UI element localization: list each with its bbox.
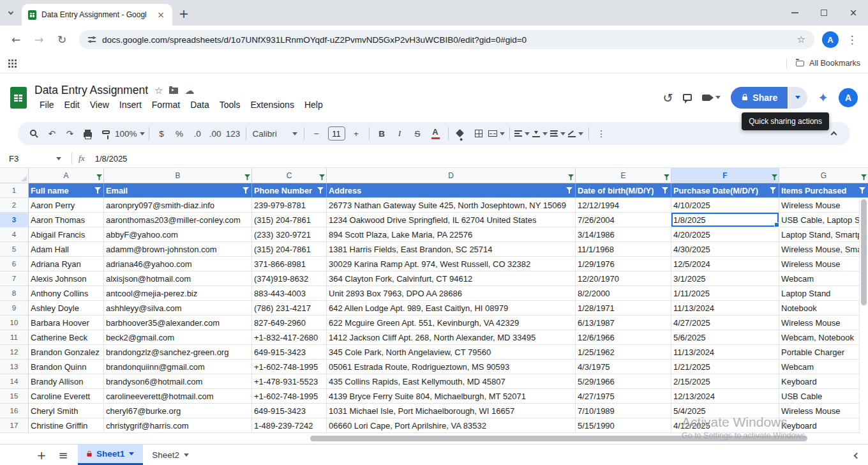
cell-C9[interactable]: (786) 231-4217 bbox=[252, 301, 327, 316]
cell-B16[interactable]: cheryl67@burke.org bbox=[104, 404, 252, 418]
share-button[interactable]: Share bbox=[731, 87, 788, 109]
header-cell-B1[interactable]: Email bbox=[104, 183, 252, 198]
cell-E10[interactable]: 6/13/1987 bbox=[576, 316, 671, 330]
all-sheets-menu-button[interactable]: ≡ bbox=[52, 445, 74, 465]
cell-C6[interactable]: 371-866-8981 bbox=[252, 257, 327, 271]
cell-A8[interactable]: Anthony Collins bbox=[29, 286, 104, 301]
header-filter-icon[interactable] bbox=[770, 187, 776, 194]
cell-D16[interactable]: 1031 Michael Isle, Port Michaelborough, … bbox=[327, 404, 576, 418]
row-header-11[interactable]: 11 bbox=[0, 330, 29, 345]
header-filter-icon[interactable] bbox=[566, 187, 572, 194]
undo-button[interactable]: ↶ bbox=[43, 125, 61, 142]
cell-A14[interactable]: Brandy Allison bbox=[29, 374, 104, 389]
row-header-16[interactable]: 16 bbox=[0, 404, 29, 418]
menu-data[interactable]: Data bbox=[185, 98, 214, 111]
increase-decimals-button[interactable]: .00 bbox=[207, 125, 224, 142]
cell-F13[interactable]: 1/21/2025 bbox=[671, 360, 779, 374]
menu-insert[interactable]: Insert bbox=[114, 98, 147, 111]
cell-A15[interactable]: Caroline Everett bbox=[29, 389, 104, 404]
cell-D14[interactable]: 435 Collins Rapids, East Kellymouth, MD … bbox=[327, 374, 576, 389]
comments-icon[interactable] bbox=[683, 94, 692, 101]
cell-E7[interactable]: 12/20/1970 bbox=[576, 271, 671, 286]
menu-help[interactable]: Help bbox=[299, 98, 328, 111]
row-header-13[interactable]: 13 bbox=[0, 360, 29, 374]
cell-E15[interactable]: 4/27/1975 bbox=[576, 389, 671, 404]
cell-F4[interactable]: 4/20/2025 bbox=[671, 227, 779, 242]
cell-C7[interactable]: (374)919-8632 bbox=[252, 271, 327, 286]
cell-C10[interactable]: 827-649-2960 bbox=[252, 316, 327, 330]
italic-button[interactable]: I bbox=[391, 125, 408, 142]
move-folder-icon[interactable] bbox=[169, 88, 178, 94]
star-icon[interactable]: ☆ bbox=[154, 85, 163, 96]
cell-C17[interactable]: 1-489-239-7242 bbox=[252, 418, 327, 433]
column-filter-icon[interactable] bbox=[319, 174, 325, 180]
cell-F7[interactable]: 3/1/2025 bbox=[671, 271, 779, 286]
cell-F9[interactable]: 11/13/2024 bbox=[671, 301, 779, 316]
zoom-select[interactable]: 100% bbox=[115, 125, 145, 142]
cell-A17[interactable]: Christine Griffin bbox=[29, 418, 104, 433]
font-size-input[interactable]: 11 bbox=[328, 126, 345, 141]
fill-color-button[interactable] bbox=[453, 125, 470, 142]
cell-G9[interactable]: Notebook bbox=[779, 301, 868, 316]
cell-E11[interactable]: 12/6/1966 bbox=[576, 330, 671, 345]
cell-E5[interactable]: 11/1/1968 bbox=[576, 242, 671, 257]
header-filter-icon[interactable] bbox=[243, 187, 249, 194]
column-filter-icon[interactable] bbox=[664, 174, 670, 180]
borders-button[interactable] bbox=[470, 125, 488, 142]
browser-tab[interactable]: Data Entry Assignment - Googl × bbox=[22, 4, 172, 26]
row-header-3[interactable]: 3 bbox=[0, 213, 29, 227]
row-header-4[interactable]: 4 bbox=[0, 227, 29, 242]
collapse-side-panel-button[interactable] bbox=[855, 449, 859, 461]
menu-format[interactable]: Format bbox=[147, 98, 185, 111]
cell-B13[interactable]: brandonquiinn@gmail.com bbox=[104, 360, 252, 374]
column-filter-icon[interactable] bbox=[96, 174, 102, 180]
cell-C11[interactable]: +1-832-417-2680 bbox=[252, 330, 327, 345]
row-header-10[interactable]: 10 bbox=[0, 316, 29, 330]
header-cell-F1[interactable]: Purchase Date(M/D/Y) bbox=[671, 183, 779, 198]
bookmark-star-icon[interactable]: ☆ bbox=[797, 34, 805, 45]
cell-C13[interactable]: +1-602-748-1995 bbox=[252, 360, 327, 374]
cell-G12[interactable]: Portable Charger bbox=[779, 345, 868, 360]
cell-F5[interactable]: 4/30/2025 bbox=[671, 242, 779, 257]
cell-A16[interactable]: Cheryl Smith bbox=[29, 404, 104, 418]
paint-format-button[interactable] bbox=[97, 125, 114, 142]
browser-menu-icon[interactable]: ⋮ bbox=[842, 30, 862, 49]
column-header-G[interactable]: G bbox=[779, 168, 868, 183]
more-toolbar-button[interactable]: ⋮ bbox=[593, 125, 610, 142]
cell-G17[interactable]: Keyboard bbox=[779, 418, 868, 433]
font-select[interactable]: Calibri bbox=[250, 125, 300, 142]
cell-B4[interactable]: abbyF@yahoo.com bbox=[104, 227, 252, 242]
cell-C16[interactable]: 649-915-3423 bbox=[252, 404, 327, 418]
cell-F17[interactable]: 4/12/2025 bbox=[671, 418, 779, 433]
currency-format-button[interactable]: $ bbox=[153, 125, 170, 142]
row-header-7[interactable]: 7 bbox=[0, 271, 29, 286]
window-close-button[interactable]: × bbox=[839, 0, 868, 26]
header-filter-icon[interactable] bbox=[859, 187, 865, 194]
back-button[interactable]: ← bbox=[6, 30, 26, 49]
tab-close-icon[interactable]: × bbox=[156, 10, 166, 20]
row-header-17[interactable]: 17 bbox=[0, 418, 29, 433]
row-header-6[interactable]: 6 bbox=[0, 257, 29, 271]
cell-G7[interactable]: Webcam bbox=[779, 271, 868, 286]
cell-D7[interactable]: 364 Clayton Fork, Calvinfurt, CT 94612 bbox=[327, 271, 576, 286]
cell-F10[interactable]: 4/27/2025 bbox=[671, 316, 779, 330]
formula-input[interactable]: 1/8/2025 bbox=[95, 154, 128, 164]
row-header-1[interactable]: 1 bbox=[0, 183, 29, 198]
cell-B2[interactable]: aaronpry097@smith-diaz.info bbox=[104, 198, 252, 213]
cell-B15[interactable]: carolineeverett@hotmail.com bbox=[104, 389, 252, 404]
vertical-scrollbar-thumb[interactable] bbox=[861, 199, 867, 305]
header-cell-E1[interactable]: Date of birth(M/D/Y) bbox=[576, 183, 671, 198]
cell-D13[interactable]: 05061 Estrada Route, Rodrigueztown, MS 9… bbox=[327, 360, 576, 374]
cell-G5[interactable]: Wireless Mouse, Sma bbox=[779, 242, 868, 257]
column-header-E[interactable]: E bbox=[576, 168, 671, 183]
row-header-12[interactable]: 12 bbox=[0, 345, 29, 360]
cell-C14[interactable]: +1-478-931-5523 bbox=[252, 374, 327, 389]
document-title[interactable]: Data Entry Assignment bbox=[34, 84, 148, 97]
cell-F12[interactable]: 11/13/2024 bbox=[671, 345, 779, 360]
cell-D5[interactable]: 1381 Harris Fields, East Brandon, SC 257… bbox=[327, 242, 576, 257]
header-filter-icon[interactable] bbox=[317, 187, 324, 194]
row-header-5[interactable]: 5 bbox=[0, 242, 29, 257]
column-header-F[interactable]: F bbox=[671, 168, 779, 183]
all-bookmarks-button[interactable]: All Bookmarks bbox=[786, 58, 860, 68]
header-filter-icon[interactable] bbox=[662, 187, 668, 194]
